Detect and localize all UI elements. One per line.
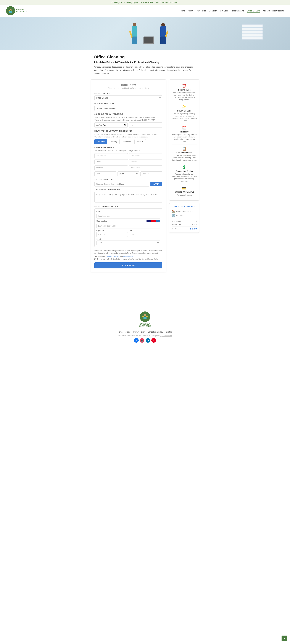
sales-tax-value: $ 0.00: [192, 224, 197, 226]
address-input[interactable]: [94, 166, 128, 170]
schedule-label: SCHEDULE YOUR APPOINTMENT: [94, 113, 162, 115]
customized-title: Customized Plans: [172, 152, 197, 154]
right-sidebar: ⏰ Timely Service Our dedicated team is a…: [169, 79, 199, 233]
footer-nav-privacy[interactable]: Privacy Policy: [133, 331, 145, 333]
apt-suite-input[interactable]: [129, 166, 162, 170]
first-name-input[interactable]: [94, 153, 128, 158]
footer-designer-link[interactable]: Zonewebsites: [161, 335, 172, 337]
cleaner-figure-female: [130, 23, 139, 50]
apply-button[interactable]: APPLY: [150, 182, 162, 186]
page-content: Office Cleaning Affordable Prices. 24/7 …: [91, 54, 199, 75]
footer-logo: CONSUELACLEAN PALM: [3, 312, 287, 328]
nav-about[interactable]: About: [188, 10, 193, 12]
feature-timely: ⏰ Timely Service Our dedicated team is a…: [172, 82, 197, 103]
phone-input[interactable]: [129, 159, 162, 164]
summary-calendar-row: 🏠 Choose service date...: [172, 210, 197, 213]
timely-title: Timely Service: [172, 89, 197, 91]
logo-text: CONSUELACLEAN PALM: [16, 8, 27, 13]
svg-rect-9: [146, 316, 148, 317]
cash-free-title: CASH FREE PAYMENT: [172, 191, 197, 193]
email-input[interactable]: [94, 159, 128, 164]
nav-links: Home About FAQ Blog Contact ▾ Gift Card …: [180, 10, 284, 12]
timely-desc: Our dedicated team is at your service ar…: [172, 92, 197, 101]
linkedin-icon[interactable]: in: [146, 338, 150, 343]
quality-desc: We use high-quality cleaning equipment a…: [172, 112, 197, 122]
nav-home[interactable]: Home: [180, 10, 185, 12]
freq-weekly[interactable]: Weekly: [109, 139, 120, 144]
nav-blog[interactable]: Blog: [202, 10, 206, 12]
nav-contact[interactable]: Contact ▾: [209, 10, 217, 12]
pinterest-icon[interactable]: P: [151, 338, 156, 343]
state-select[interactable]: State* ALCAFLNYTX: [118, 172, 139, 176]
mastercard-icon: MC: [151, 220, 156, 222]
pricing-icon: 💲: [172, 165, 197, 169]
freq-one-time[interactable]: One Time: [94, 139, 107, 144]
service-select[interactable]: Office Cleaning Home Cleaning Airbnb Spe…: [94, 95, 162, 100]
summary-frequency-row: 🔄 One Time: [172, 214, 197, 218]
last-name-input[interactable]: [129, 153, 162, 158]
payment-email-input[interactable]: [96, 214, 160, 218]
space-select[interactable]: Square Footage-None: [94, 106, 162, 111]
logo-area[interactable]: CONSUELACLEAN PALM: [6, 6, 27, 15]
quality-icon: ✨: [172, 105, 197, 109]
nav-office-cleaning[interactable]: Office Cleaning: [247, 10, 260, 12]
customized-desc: Our cleaning service firm offers you cus…: [172, 154, 197, 161]
feature-customized: 📋 Customized Plans Our cleaning service …: [172, 145, 197, 163]
card-number-input[interactable]: [96, 224, 160, 228]
country-select[interactable]: India United States United Kingdom: [96, 240, 160, 245]
terms-of-service-link[interactable]: Terms of Service: [107, 256, 119, 258]
page-description: A messy workspace discourages productivi…: [94, 66, 196, 75]
payment-section: Email Card number VISA MC AM Expiration: [94, 208, 162, 247]
main-layout: Book Now Fill up the details and book us…: [88, 79, 202, 272]
discount-label: ADD DISCOUNT CODE: [94, 179, 162, 180]
visa-icon: VISA: [147, 220, 151, 222]
special-instructions-textarea[interactable]: [94, 192, 162, 202]
top-banner: Creating Clean, Healthy Spaces for a Bet…: [0, 0, 290, 5]
nav-airbnb[interactable]: Airbnb Special Cleaning: [263, 10, 284, 12]
freq-biweekly[interactable]: Biweekly: [121, 139, 133, 144]
navbar: CONSUELACLEAN PALM Home About FAQ Blog C…: [0, 5, 290, 17]
schedule-desc: Select the date and time you would like …: [94, 116, 162, 121]
footer-nav-home[interactable]: Home: [118, 331, 123, 333]
svg-rect-2: [9, 11, 12, 13]
sub-total-label: SUB-TOTAL: [172, 221, 181, 223]
nav-gift-card[interactable]: Gift Card: [220, 10, 228, 12]
banner-text: Creating Clean, Healthy Spaces for a Bet…: [111, 1, 178, 4]
facebook-icon[interactable]: f: [134, 338, 139, 343]
nav-faq[interactable]: FAQ: [196, 10, 199, 12]
page-subtitle: Affordable Prices. 24/7 Availability. Pr…: [94, 61, 196, 64]
cleaner-figure-male: [159, 23, 168, 50]
features-card: ⏰ Timely Service Our dedicated team is a…: [169, 79, 199, 200]
instagram-icon[interactable]: 📷: [140, 338, 144, 343]
flexibility-icon: 📅: [172, 126, 197, 130]
footer-logo-icon: [140, 312, 150, 322]
pricing-title: Competitive Pricing: [172, 170, 197, 172]
sub-total-value: $ 0.00: [192, 221, 197, 223]
frequency-desc: It's all about matching you with the per…: [94, 133, 162, 138]
terms-checkbox[interactable]: [94, 258, 96, 260]
expiry-input[interactable]: [96, 232, 128, 237]
city-input[interactable]: [94, 172, 116, 176]
svg-rect-4: [12, 10, 12, 11]
summary-frequency: One Time: [176, 215, 183, 217]
book-now-button[interactable]: BOOK NOW: [94, 262, 162, 268]
auth-text: I authorize Consuela to charge my credit…: [94, 250, 162, 254]
privacy-policy-link[interactable]: Privacy Policy: [123, 256, 133, 258]
window-blinds: [242, 24, 263, 40]
details-desc: This information will be used to contact…: [94, 150, 162, 152]
booking-form: Book Now Fill up the details and book us…: [91, 79, 166, 272]
footer-nav-cancellation[interactable]: Cancellation Policy: [148, 331, 163, 333]
svg-point-6: [144, 314, 146, 316]
date-input[interactable]: [94, 122, 128, 128]
freq-monthly[interactable]: Monthly: [134, 139, 146, 144]
page-title: Office Cleaning: [94, 54, 196, 60]
discount-input[interactable]: [94, 182, 149, 186]
cvc-input[interactable]: [129, 232, 160, 237]
total-label: TOTAL: [172, 228, 178, 230]
zip-input[interactable]: [140, 172, 162, 176]
footer-nav-about[interactable]: About: [126, 331, 130, 333]
refresh-icon: 🔄: [172, 214, 175, 218]
footer-nav-contact[interactable]: Contact: [166, 331, 172, 333]
nav-home-cleaning[interactable]: Home Cleaning: [231, 10, 244, 12]
time-select[interactable]: --:-- 08:00 AM 09:00 AM 10:00 AM: [129, 122, 162, 128]
